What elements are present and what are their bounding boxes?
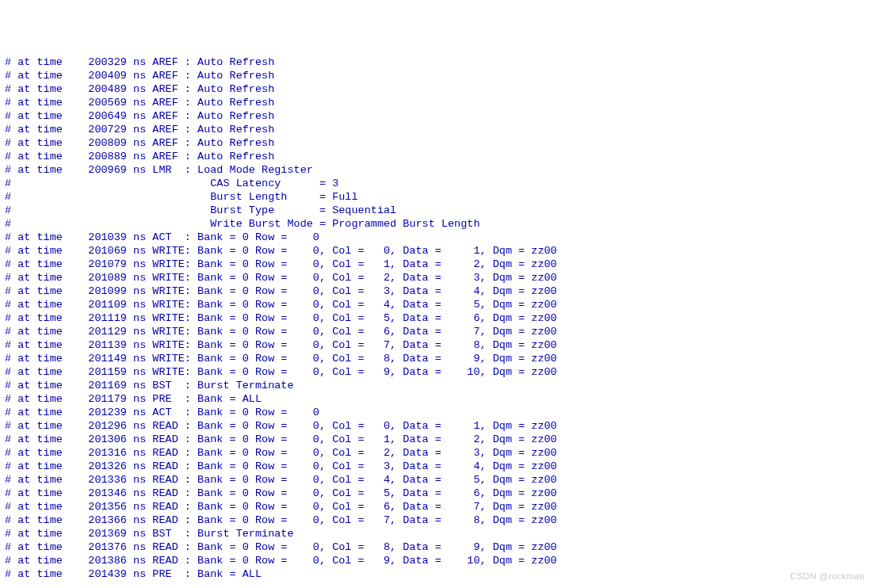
log-line: # at time 201316 ns READ : Bank = 0 Row …: [5, 446, 866, 460]
log-line: # at time 200809 ns AREF : Auto Refresh: [5, 136, 866, 150]
log-line: # at time 201369 ns BST : Burst Terminat…: [5, 527, 866, 540]
log-line: # at time 201346 ns READ : Bank = 0 Row …: [5, 487, 866, 500]
log-line: # at time 201366 ns READ : Bank = 0 Row …: [5, 514, 866, 527]
log-line: # Burst Length = Full: [5, 190, 866, 204]
log-line: # at time 200889 ns AREF : Auto Refresh: [5, 150, 866, 163]
log-line: # at time 201439 ns PRE : Bank = ALL: [5, 567, 866, 581]
log-line: # at time 201169 ns BST : Burst Terminat…: [5, 379, 866, 392]
log-line: # at time 201139 ns WRITE: Bank = 0 Row …: [5, 338, 866, 352]
log-line: # at time 201119 ns WRITE: Bank = 0 Row …: [5, 311, 866, 325]
log-line: # at time 201306 ns READ : Bank = 0 Row …: [5, 433, 866, 446]
log-line: # at time 200489 ns AREF : Auto Refresh: [5, 82, 866, 96]
simulation-log: # at time 200329 ns AREF : Auto Refresh#…: [5, 55, 866, 581]
log-line: # at time 201356 ns READ : Bank = 0 Row …: [5, 500, 866, 514]
log-line: # at time 200329 ns AREF : Auto Refresh: [5, 55, 866, 69]
log-line: # at time 201129 ns WRITE: Bank = 0 Row …: [5, 325, 866, 338]
log-line: # at time 201326 ns READ : Bank = 0 Row …: [5, 460, 866, 473]
log-line: # at time 201079 ns WRITE: Bank = 0 Row …: [5, 258, 866, 271]
log-line: # at time 200729 ns AREF : Auto Refresh: [5, 123, 866, 136]
log-line: # at time 200649 ns AREF : Auto Refresh: [5, 109, 866, 123]
log-line: # at time 201069 ns WRITE: Bank = 0 Row …: [5, 244, 866, 258]
log-line: # at time 200569 ns AREF : Auto Refresh: [5, 96, 866, 109]
log-line: # at time 201179 ns PRE : Bank = ALL: [5, 392, 866, 406]
log-line: # at time 201296 ns READ : Bank = 0 Row …: [5, 419, 866, 433]
log-line: # at time 201099 ns WRITE: Bank = 0 Row …: [5, 284, 866, 298]
log-line: # at time 200969 ns LMR : Load Mode Regi…: [5, 163, 866, 177]
log-line: # at time 201089 ns WRITE: Bank = 0 Row …: [5, 271, 866, 284]
log-line: # at time 200409 ns AREF : Auto Refresh: [5, 69, 866, 82]
log-line: # at time 201336 ns READ : Bank = 0 Row …: [5, 473, 866, 487]
log-line: # at time 201376 ns READ : Bank = 0 Row …: [5, 540, 866, 554]
log-line: # at time 201159 ns WRITE: Bank = 0 Row …: [5, 365, 866, 379]
log-line: # at time 201039 ns ACT : Bank = 0 Row =…: [5, 231, 866, 244]
log-line: # at time 201239 ns ACT : Bank = 0 Row =…: [5, 406, 866, 419]
log-line: # at time 201149 ns WRITE: Bank = 0 Row …: [5, 352, 866, 365]
log-line: # at time 201109 ns WRITE: Bank = 0 Row …: [5, 298, 866, 311]
log-line: # CAS Latency = 3: [5, 177, 866, 190]
log-line: # Write Burst Mode = Programmed Burst Le…: [5, 217, 866, 231]
log-line: # Burst Type = Sequential: [5, 204, 866, 217]
log-line: # at time 201386 ns READ : Bank = 0 Row …: [5, 554, 866, 567]
